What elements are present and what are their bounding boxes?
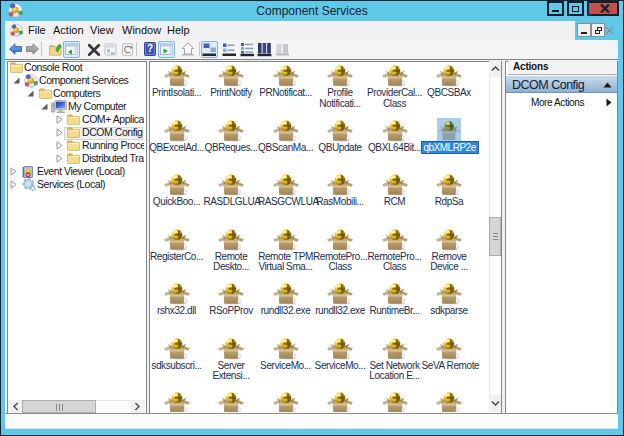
svg-text:?: ? [147,43,153,54]
